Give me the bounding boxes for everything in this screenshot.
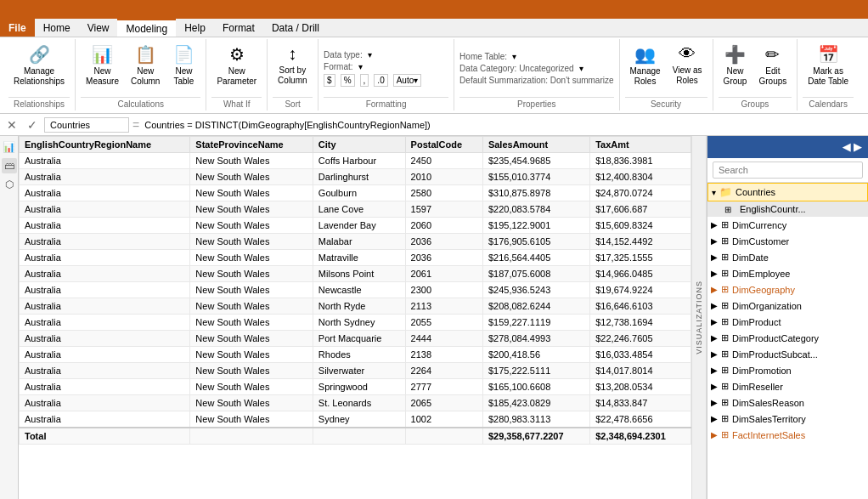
- new-table-button[interactable]: 📄 NewTable: [166, 41, 200, 90]
- fields-search-input[interactable]: [713, 162, 863, 179]
- format-dropdown[interactable]: ▾: [358, 62, 363, 71]
- field-name-label: DimPromotion: [732, 366, 792, 376]
- new-parameter-icon: ⚙: [229, 44, 245, 65]
- field-name-label: DimOrganization: [732, 301, 802, 311]
- field-table-dimproductsubcat---[interactable]: ▶ ⊞ DimProductSubcat...: [707, 346, 868, 362]
- manage-roles-button[interactable]: 👥 ManageRoles: [625, 41, 666, 90]
- sort-icon: ↕: [288, 44, 296, 64]
- report-view-icon[interactable]: 📊: [2, 139, 17, 155]
- formula-input[interactable]: [143, 118, 865, 132]
- mark-as-date-table-button[interactable]: 📅 Mark asDate Table: [803, 41, 854, 90]
- field-table-dimorganization[interactable]: ▶ ⊞ DimOrganization: [707, 298, 868, 314]
- field-table-dimproductcategory[interactable]: ▶ ⊞ DimProductCategory: [707, 330, 868, 346]
- field-table-dimdate[interactable]: ▶ ⊞ DimDate: [707, 249, 868, 265]
- col-header-country[interactable]: EnglishCountryRegionName: [20, 137, 190, 153]
- field-table-dimgeography[interactable]: ▶ ⊞ DimGeography: [707, 281, 868, 298]
- datatype-dropdown[interactable]: ▾: [368, 50, 372, 60]
- formatting-group-label: Formatting: [324, 97, 448, 109]
- relationships-icon: 🔗: [29, 44, 50, 65]
- field-table-dimreseller[interactable]: ▶ ⊞ DimReseller: [707, 378, 868, 394]
- field-table-dimcustomer[interactable]: ▶ ⊞ DimCustomer: [707, 233, 868, 249]
- menu-view[interactable]: View: [79, 19, 118, 37]
- table-row: AustraliaNew South WalesNorth Ryde2113$2…: [20, 298, 691, 315]
- menu-bar: File Home View Modeling Help Format Data…: [0, 19, 868, 37]
- menu-modeling[interactable]: Modeling: [117, 19, 176, 37]
- table-icon: ⊞: [721, 268, 729, 279]
- expand-icon: ▶: [711, 252, 718, 262]
- table-row: AustraliaNew South WalesSilverwater2264$…: [20, 363, 691, 379]
- edit-groups-button[interactable]: ✏ EditGroups: [754, 41, 792, 90]
- new-parameter-button[interactable]: ⚙ NewParameter: [211, 41, 262, 90]
- field-sub-englishcountr...[interactable]: ⊞ EnglishCountr...: [707, 201, 868, 217]
- percent-button[interactable]: %: [341, 74, 355, 87]
- col-header-postal[interactable]: PostalCode: [405, 137, 482, 153]
- menu-file[interactable]: File: [0, 19, 35, 37]
- menu-help[interactable]: Help: [176, 19, 214, 37]
- table-row: AustraliaNew South WalesMatraville2036$2…: [20, 250, 691, 266]
- panel-nav-left[interactable]: ◀: [843, 141, 850, 153]
- decimal-button[interactable]: .0: [374, 74, 387, 87]
- field-table-dimemployee[interactable]: ▶ ⊞ DimEmployee: [707, 265, 868, 281]
- menu-home[interactable]: Home: [35, 19, 79, 37]
- expand-icon: ▶: [711, 398, 718, 407]
- table-row: AustraliaNew South WalesRhodes2138$200,4…: [20, 347, 691, 363]
- col-header-city[interactable]: City: [313, 137, 405, 153]
- sort-by-column-button[interactable]: ↕ Sort byColumn: [273, 41, 312, 89]
- expand-icon: ▶: [711, 333, 718, 343]
- menu-format[interactable]: Format: [214, 19, 263, 37]
- datatype-row: Data type: ▾: [324, 50, 372, 60]
- view-as-roles-button[interactable]: 👁 View asRoles: [668, 41, 707, 89]
- field-table-dimpromotion[interactable]: ▶ ⊞ DimPromotion: [707, 362, 868, 378]
- formula-confirm-icon[interactable]: ✓: [24, 116, 41, 133]
- model-view-icon[interactable]: ⬡: [2, 177, 17, 192]
- field-table-dimsalesterritory[interactable]: ▶ ⊞ DimSalesTerritory: [707, 411, 868, 427]
- field-name-label: DimGeography: [732, 285, 795, 295]
- datacategory-dropdown[interactable]: ▾: [579, 64, 583, 73]
- col-header-tax[interactable]: TaxAmt: [590, 137, 691, 153]
- new-column-button[interactable]: 📋 NewColumn: [126, 41, 165, 90]
- edit-groups-icon: ✏: [765, 44, 780, 65]
- new-table-icon: 📄: [173, 44, 194, 65]
- field-table-factinternetsales[interactable]: ▶ ⊞ FactInternetSales: [707, 427, 868, 443]
- security-group-label: Security: [625, 97, 707, 109]
- ribbon-properties-group: Home Table: ▾ Data Category: Uncategoriz…: [454, 39, 619, 111]
- hometable-dropdown[interactable]: ▾: [512, 52, 516, 61]
- auto-button[interactable]: Auto▾: [393, 74, 422, 87]
- comma-button[interactable]: ,: [360, 74, 369, 87]
- field-name-label: DimReseller: [732, 382, 783, 392]
- table-icon: ⊞: [721, 413, 729, 424]
- table-icon: ⊞: [721, 365, 729, 376]
- panel-nav-right[interactable]: ▶: [854, 141, 861, 153]
- field-name-label: DimProductCategory: [732, 333, 819, 343]
- expand-icon: ▶: [711, 220, 718, 230]
- dollar-button[interactable]: $: [324, 74, 335, 87]
- format-row: Format: ▾: [324, 62, 362, 71]
- folder-icon: 📁: [719, 186, 732, 198]
- field-name-label: DimCustomer: [732, 236, 789, 247]
- col-header-sales[interactable]: SalesAmount: [482, 137, 589, 153]
- manage-relationships-button[interactable]: 🔗 ManageRelationships: [8, 41, 70, 90]
- table-icon: ⊞: [721, 349, 729, 360]
- left-sidebar: 📊 🗃 ⬡: [0, 136, 19, 499]
- field-table-dimsalesreason[interactable]: ▶ ⊞ DimSalesReason: [707, 394, 868, 411]
- new-group-button[interactable]: ➕ NewGroup: [719, 41, 752, 90]
- menu-datadrill[interactable]: Data / Drill: [263, 19, 328, 37]
- col-header-state[interactable]: StateProvinceName: [190, 137, 313, 153]
- field-table-dimcurrency[interactable]: ▶ ⊞ DimCurrency: [707, 217, 868, 233]
- field-table-dimproduct[interactable]: ▶ ⊞ DimProduct: [707, 314, 868, 330]
- data-view-icon[interactable]: 🗃: [2, 158, 17, 173]
- calculations-group-label: Calculations: [81, 97, 200, 109]
- formula-name-box[interactable]: Countries: [44, 117, 129, 133]
- table-row: AustraliaNew South WalesMilsons Point206…: [20, 266, 691, 282]
- table-total-row: Total$29,358,677.2207$2,348,694.2301: [20, 428, 691, 445]
- field-name-label: EnglishCountr...: [740, 204, 806, 214]
- formula-cancel-icon[interactable]: ✕: [3, 116, 20, 133]
- hometable-row: Home Table: ▾: [459, 52, 516, 61]
- field-name-label: Countries: [736, 187, 775, 197]
- table-row: AustraliaNew South WalesSt. Leonards2065…: [20, 395, 691, 411]
- new-measure-button[interactable]: 📊 NewMeasure: [81, 41, 124, 90]
- expand-icon: ▶: [711, 349, 718, 359]
- visualizations-label: VISUALIZATIONS: [691, 136, 707, 499]
- field-folder-countries[interactable]: ▾ 📁 Countries: [707, 183, 868, 201]
- field-name-label: FactInternetSales: [732, 430, 805, 440]
